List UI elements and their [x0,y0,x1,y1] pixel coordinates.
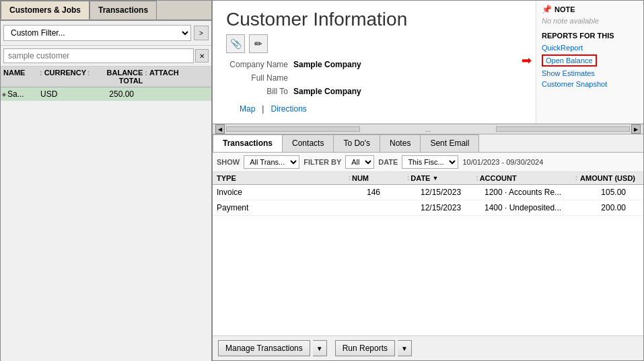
trans-table-header: TYPE : NUM : DATE ▼ : ACCOUNT : AMOUNT (… [213,172,643,185]
col-header-name: NAME [2,69,39,85]
customer-table-header: NAME : CURRENCY : BALANCE TOTAL : ATTACH [1,67,211,87]
tab-transactions-left[interactable]: Transactions [90,1,157,19]
scroll-dots: ... [361,126,494,133]
row-dot: ◆ [2,91,7,97]
trans-body: Invoice 146 12/15/2023 1200 · Accounts R… [213,185,643,335]
transactions-area: Transactions Contacts To Do's Notes Sent… [213,134,643,360]
note-title: 📌 NOTE [542,5,638,14]
date-select[interactable]: This Fisc... [402,155,458,169]
search-input[interactable] [3,48,194,63]
col-header-attach: ATTACH [148,69,175,85]
arrow-indicator: ➡ [522,53,532,68]
scroll-left-btn[interactable]: ◀ [215,124,225,134]
company-name-label: Company Name [226,60,293,69]
table-row[interactable]: Payment 12/15/2023 1400 · Undeposited...… [213,200,643,216]
tab-contacts[interactable]: Contacts [282,134,334,152]
full-name-label: Full Name [226,73,293,83]
col-currency: USD [39,89,83,99]
customer-row[interactable]: ◆ Sa... USD 250.00 [1,87,211,101]
manage-transactions-arrow[interactable]: ▼ [313,340,327,356]
customer-snapshot-link[interactable]: Customer Snapshot [542,80,638,88]
attach-icon-btn[interactable]: 📎 [226,34,245,53]
trans-date: 12/15/2023 [421,188,485,197]
edit-icon-btn[interactable]: ✏ [249,34,268,53]
trans-col-num-header: NUM [352,174,406,182]
trans-type: Invoice [217,188,367,197]
trans-col-amount-header: AMOUNT (USD) [579,174,639,182]
date-label: DATE [378,158,398,166]
search-row: ✕ [1,46,211,67]
open-balance-wrapper: ➡ Open Balance [542,54,638,67]
tab-transactions[interactable]: Transactions [213,134,283,152]
filter-row: Custom Filter... > [1,21,211,46]
bill-to-label: Bill To [226,87,293,96]
tab-notes[interactable]: Notes [380,134,421,152]
table-row[interactable]: Invoice 146 12/15/2023 1200 · Accounts R… [213,185,643,200]
col-header-currency: CURRENCY [43,69,87,85]
note-text: No note available [542,17,638,25]
reports-title: REPORTS FOR THIS [542,32,638,40]
open-balance-btn[interactable]: Open Balance [542,54,597,67]
note-panel: 📌 NOTE No note available REPORTS FOR THI… [536,1,643,123]
trans-col-type-header: TYPE [217,174,347,182]
run-reports-btn[interactable]: Run Reports [335,340,395,356]
transaction-filter-bar: SHOW All Trans... FILTER BY All DATE Thi… [213,153,643,172]
bill-to-value: Sample Company [293,87,361,96]
scroll-track [226,126,360,132]
scroll-track-right [496,126,630,132]
tab-sent-email[interactable]: Sent Email [420,134,479,152]
trans-amount: 200.00 [579,203,639,212]
map-separator: | [262,104,264,114]
customer-list: ◆ Sa... USD 250.00 [1,87,211,361]
custom-filter-select[interactable]: Custom Filter... [3,25,191,41]
directions-link[interactable]: Directions [271,104,306,114]
filter-next-btn[interactable]: > [194,26,209,40]
trans-num [367,203,421,212]
date-sort-arrow: ▼ [432,175,438,182]
date-range: 10/01/2023 - 09/30/2024 [462,158,543,166]
right-header: Customer Information 📎 ✏ Company Name Sa… [213,1,643,124]
col-header-balance: BALANCE TOTAL [90,69,144,85]
pencil-icon: ✏ [254,38,262,49]
trans-account: 1200 · Accounts Re... [485,188,579,197]
run-reports-arrow[interactable]: ▼ [398,340,412,356]
col-name: Sa... [7,89,39,99]
bottom-tabs: Transactions Contacts To Do's Notes Sent… [213,134,643,153]
col-balance: 250.00 [83,89,137,99]
trans-account: 1400 · Undeposited... [485,203,579,212]
right-panel: Customer Information 📎 ✏ Company Name Sa… [213,1,643,360]
tab-todos[interactable]: To Do's [333,134,380,152]
show-estimates-link[interactable]: Show Estimates [542,69,638,77]
manage-transactions-btn[interactable]: Manage Transactions [218,340,310,356]
left-tabs: Customers & Jobs Transactions [1,1,211,21]
trans-amount: 105.00 [579,188,639,197]
paperclip-icon: 📎 [230,38,242,49]
trans-col-date-header: DATE ▼ [410,174,474,182]
map-link[interactable]: Map [240,104,255,114]
company-name-value: Sample Company [293,60,361,69]
show-label: SHOW [217,158,240,166]
trans-num: 146 [367,188,421,197]
transaction-table: TYPE : NUM : DATE ▼ : ACCOUNT : AMOUNT (… [213,172,643,335]
filter-by-label: FILTER BY [303,158,341,166]
tab-customers-jobs[interactable]: Customers & Jobs [1,1,90,19]
horizontal-scrollbar[interactable]: ◀ ... ▶ [213,124,643,134]
bottom-buttons: Manage Transactions ▼ Run Reports ▼ [213,335,643,360]
left-panel: Customers & Jobs Transactions Custom Fil… [1,1,213,361]
trans-type: Payment [217,203,367,212]
search-clear-btn[interactable]: ✕ [195,49,209,63]
filter-by-select[interactable]: All [345,155,374,169]
quickreport-link[interactable]: QuickReport [542,44,638,52]
pin-icon: 📌 [542,5,552,14]
scroll-right-btn[interactable]: ▶ [631,124,641,134]
trans-date: 12/15/2023 [421,203,485,212]
show-select[interactable]: All Trans... [244,155,299,169]
trans-col-account-header: ACCOUNT [480,174,574,182]
